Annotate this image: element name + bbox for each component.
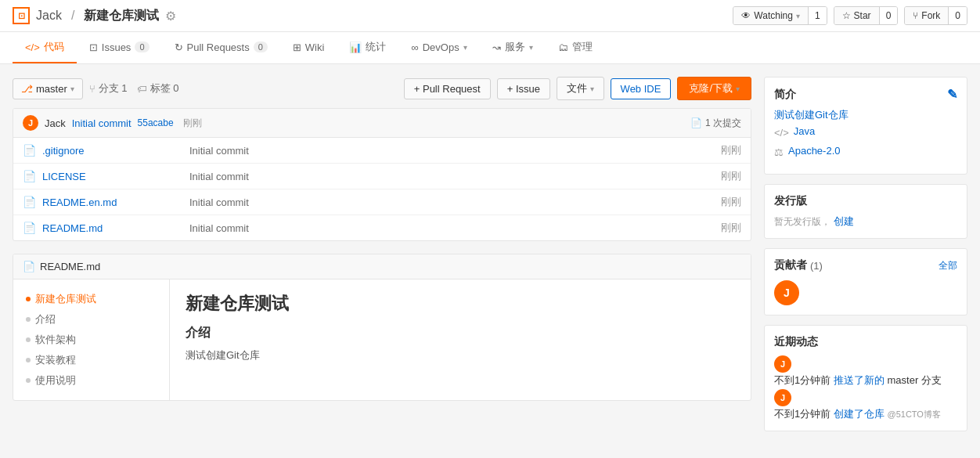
devops-chevron: ▾ xyxy=(463,43,467,52)
tab-manage-label: 管理 xyxy=(572,40,593,54)
activity-text-1: 不到1分钟前 创建了仓库 @51CTO博客 xyxy=(774,406,957,422)
create-release-button[interactable]: 创建 xyxy=(834,215,854,227)
code-lang-icon: </> xyxy=(774,127,789,139)
activity-avatar-0: J xyxy=(774,355,791,373)
commit-avatar-letter: J xyxy=(28,118,33,128)
star-button[interactable]: ☆ Star xyxy=(834,7,880,24)
wiki-icon: ⊞ xyxy=(293,41,301,53)
pull-request-button[interactable]: + Pull Request xyxy=(404,78,491,99)
file-table: J Jack Initial commit 55acabe 刚刚 📄 1 次提交… xyxy=(13,108,751,241)
activity-title: 近期动态 xyxy=(774,335,957,349)
intro-title-label: 简介 xyxy=(774,88,796,102)
contributors-title: 贡献者 (1) xyxy=(774,258,823,272)
tab-manage[interactable]: 🗂 管理 xyxy=(546,32,605,63)
toolbar: ⎇ master ▾ ⑂ 分支 1 🏷 标签 0 + Pull Request … xyxy=(13,77,751,100)
file-row: 📄 README.en.md Initial commit 刚刚 xyxy=(13,189,751,215)
webide-button[interactable]: Web IDE xyxy=(611,78,672,99)
branch-count: ⑂ 分支 1 xyxy=(89,81,128,96)
pr-icon: ↻ xyxy=(175,41,183,53)
contributors-count: (1) xyxy=(810,260,823,272)
readme-content: 新建仓库测试 介绍 测试创建Git仓库 xyxy=(170,279,751,400)
contributor-avatar[interactable]: J xyxy=(774,280,799,305)
repo-icon: ⊡ xyxy=(13,7,30,24)
tab-devops[interactable]: ∞ DevOps ▾ xyxy=(398,34,479,63)
file-row: 📄 README.md Initial commit 刚刚 xyxy=(13,215,751,240)
clone-button[interactable]: 克隆/下载 ▾ xyxy=(677,77,751,100)
repo-name[interactable]: 新建仓库测试 xyxy=(84,8,159,24)
tab-services-label: 服务 xyxy=(505,40,525,54)
readme-p: 测试创建Git仓库 xyxy=(186,348,735,364)
branch-icon: ⎇ xyxy=(21,83,33,95)
license-icon: ⚖ xyxy=(774,146,784,158)
commit-count-label: 1 次提交 xyxy=(705,117,741,130)
fork-count: 0 xyxy=(949,7,967,24)
readme-h2: 介绍 xyxy=(186,325,735,341)
commit-hash[interactable]: 55acabe xyxy=(138,117,174,128)
star-group: ☆ Star 0 xyxy=(834,6,899,25)
all-contributors-link[interactable]: 全部 xyxy=(939,259,957,272)
tab-wiki[interactable]: ⊞ Wiki xyxy=(280,34,337,63)
tab-issues[interactable]: ⊡ Issues 0 xyxy=(77,34,162,63)
branch-info: ⑂ 分支 1 🏷 标签 0 xyxy=(89,81,179,96)
readme-toc: 新建仓库测试 介绍 软件架构 安装教程 xyxy=(13,279,170,400)
commit-author[interactable]: Jack xyxy=(45,117,66,129)
nav-tabs: </> 代码 ⊡ Issues 0 ↻ Pull Requests 0 ⊞ Wi… xyxy=(0,32,980,64)
activity-section: 近期动态 J 不到1分钟前 推送了新的 master 分支 J 不到1分钟前 xyxy=(764,325,967,431)
issue-button[interactable]: + Issue xyxy=(497,78,550,99)
branch-name: master xyxy=(36,83,67,95)
releases-section: 发行版 暂无发行版， 创建 xyxy=(764,184,967,239)
file-name-gitignore[interactable]: .gitignore xyxy=(42,145,183,157)
star-icon: ☆ xyxy=(842,10,851,21)
tab-devops-label: DevOps xyxy=(423,41,459,53)
tab-stats-label: 统计 xyxy=(366,40,386,54)
no-release-label: 暂无发行版， xyxy=(774,216,830,227)
readme-body: 新建仓库测试 介绍 软件架构 安装教程 xyxy=(13,279,751,400)
file-button[interactable]: 文件 ▾ xyxy=(557,77,604,100)
tab-issues-label: Issues xyxy=(102,41,132,53)
file-name-license[interactable]: LICENSE xyxy=(42,171,183,182)
top-header: ⊡ Jack / 新建仓库测试 ⚙ 👁 Watching ▾ 1 ☆ Star … xyxy=(0,0,980,32)
lang-label[interactable]: Java xyxy=(794,125,815,137)
manage-icon: 🗂 xyxy=(558,41,568,53)
file-icon-gitignore: 📄 xyxy=(23,144,36,157)
file-time-gitignore: 刚刚 xyxy=(721,143,741,157)
license-label[interactable]: Apache-2.0 xyxy=(788,145,841,157)
commit-message[interactable]: Initial commit xyxy=(72,117,132,129)
activity-time-0: 不到1分钟前 xyxy=(774,374,830,386)
file-row: 📄 LICENSE Initial commit 刚刚 xyxy=(13,164,751,189)
toc-label-install: 安装教程 xyxy=(35,353,76,367)
branch-chevron: ▾ xyxy=(70,85,74,93)
file-label: 文件 xyxy=(567,82,587,94)
tab-stats[interactable]: 📊 统计 xyxy=(337,32,398,63)
activity-time-1: 不到1分钟前 xyxy=(774,408,830,420)
activity-link-0[interactable]: 推送了新的 xyxy=(834,374,885,386)
toc-item-usage[interactable]: 使用说明 xyxy=(13,370,169,391)
file-commit-readme-en: Initial commit xyxy=(189,197,715,208)
toc-item-main[interactable]: 新建仓库测试 xyxy=(13,289,169,309)
settings-icon[interactable]: ⚙ xyxy=(165,9,176,23)
tags-count-label: 标签 0 xyxy=(150,81,179,96)
contributors-section: 贡献者 (1) 全部 J xyxy=(764,248,967,316)
tab-code-label: 代码 xyxy=(44,40,64,54)
file-time-readme-en: 刚刚 xyxy=(721,195,741,209)
edit-button[interactable]: ✎ xyxy=(947,87,957,102)
branch-selector[interactable]: ⎇ master ▾ xyxy=(13,78,83,99)
toc-item-intro[interactable]: 介绍 xyxy=(13,309,169,330)
intro-link[interactable]: 测试创建Git仓库 xyxy=(774,108,957,122)
toc-label-intro: 介绍 xyxy=(35,312,56,326)
toc-bullet xyxy=(26,378,31,383)
header-actions: 👁 Watching ▾ 1 ☆ Star 0 ⑂ Fork 0 xyxy=(733,6,967,25)
tags-count: 🏷 标签 0 xyxy=(137,81,179,96)
watching-button[interactable]: 👁 Watching ▾ xyxy=(733,7,809,24)
activity-link-1[interactable]: 创建了仓库 xyxy=(834,408,885,420)
star-count: 0 xyxy=(880,7,898,24)
file-name-readme[interactable]: README.md xyxy=(42,222,183,234)
toc-item-install[interactable]: 安装教程 xyxy=(13,350,169,370)
toc-item-arch[interactable]: 软件架构 xyxy=(13,330,169,350)
fork-button[interactable]: ⑂ Fork xyxy=(905,7,949,24)
tab-pullrequests[interactable]: ↻ Pull Requests 0 xyxy=(162,34,280,63)
tab-code[interactable]: </> 代码 xyxy=(13,32,77,63)
file-name-readme-en[interactable]: README.en.md xyxy=(42,197,183,208)
repo-owner[interactable]: Jack xyxy=(36,9,62,23)
tab-services[interactable]: ↝ 服务 ▾ xyxy=(480,32,546,63)
